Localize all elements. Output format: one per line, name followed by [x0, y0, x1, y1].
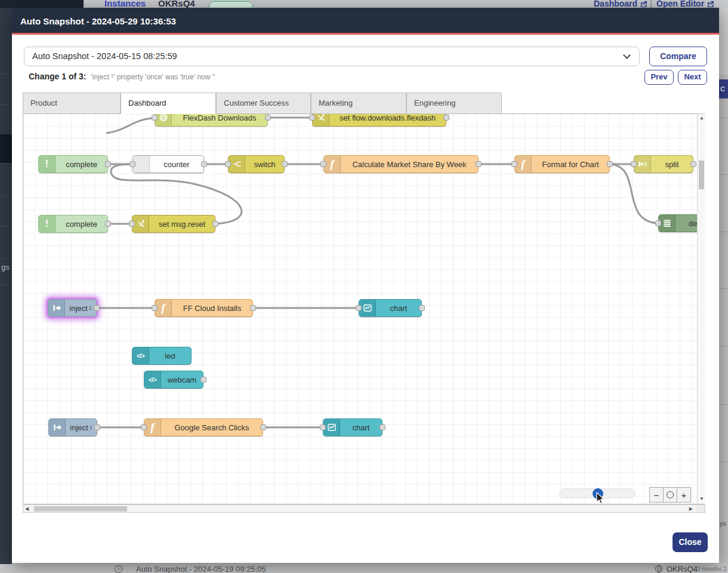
node-output-port[interactable] — [94, 424, 100, 430]
node-input-port[interactable] — [141, 424, 147, 430]
flow-node-debug[interactable]: debug — [658, 214, 697, 232]
flow-node-inject-2[interactable]: inject1 — [48, 418, 97, 436]
change-summary: Change 1 of 3:'inject ¹' property 'once'… — [29, 72, 215, 81]
node-label: led — [149, 347, 191, 364]
node-output-port[interactable] — [282, 161, 288, 167]
scroll-left-icon[interactable]: ◀ — [25, 506, 29, 512]
modal-title: Auto Snapshot - 2024-05-29 10:36:53 — [20, 8, 176, 35]
flow-node-set-flow-downloads-flexdash[interactable]: set flow.downloads.flexdash — [312, 114, 446, 127]
flow-node-chart-2[interactable]: chart — [323, 418, 382, 436]
node-output-port[interactable] — [250, 305, 256, 311]
node-input-port[interactable] — [655, 220, 661, 226]
background-age-text: 3 months 2 weeks 4 d — [697, 566, 728, 572]
flow-node-counter[interactable]: counter — [132, 155, 204, 173]
zoom-reset-button[interactable] — [663, 487, 677, 503]
tab-engineering[interactable]: Engineering — [406, 93, 502, 114]
dashboard-link[interactable]: Dashboard — [594, 0, 647, 8]
node-label: inject1 — [65, 300, 96, 316]
open-editor-link-label: Open Editor — [656, 0, 704, 8]
tab-customer-success[interactable]: Customer Success — [216, 93, 311, 114]
flow-node-complete-2[interactable]: !complete — [38, 215, 108, 233]
node-input-port[interactable] — [152, 115, 158, 121]
node-input-port[interactable] — [356, 305, 362, 311]
node-output-port[interactable] — [105, 221, 111, 227]
node-input-port[interactable] — [129, 161, 135, 167]
app-sidebar-edge: gs — [0, 8, 12, 573]
flow-node-split[interactable]: split — [634, 155, 693, 173]
node-output-port[interactable] — [200, 377, 206, 383]
close-button[interactable]: Close — [673, 532, 708, 552]
tab-product[interactable]: Product — [23, 93, 121, 114]
vertical-scroll-thumb[interactable] — [699, 161, 704, 189]
globe-icon — [155, 114, 172, 126]
node-label: debug — [675, 215, 697, 232]
flow-node-led[interactable]: </>led — [132, 347, 192, 365]
flow-node-chart-1[interactable]: chart — [359, 299, 422, 317]
canvas-horizontal-scrollbar[interactable]: ◀ ▶ — [23, 504, 705, 513]
node-input-port[interactable] — [152, 305, 158, 311]
flow-canvas[interactable]: FlexDash Downloadsset flow.downloads.fle… — [23, 113, 705, 504]
node-output-port[interactable] — [212, 221, 218, 227]
node-output-port[interactable] — [607, 161, 613, 167]
node-input-port[interactable] — [129, 221, 135, 227]
scroll-down-icon[interactable]: ▼ — [699, 496, 704, 501]
zoom-out-button[interactable]: − — [649, 487, 664, 503]
change-detail: 'inject ¹' property 'once' was 'true' no… — [91, 73, 215, 81]
function-icon: f — [155, 300, 172, 316]
app-logo-area — [0, 0, 84, 8]
flow-node-calculate-market-share[interactable]: fCalculate Market Share By Week — [323, 155, 479, 173]
flow-node-google-search-clicks[interactable]: fGoogle Search Clicks — [144, 418, 263, 436]
node-label: switch — [245, 156, 284, 172]
node-input-port[interactable] — [320, 424, 326, 430]
prev-change-button[interactable]: Prev — [644, 70, 674, 85]
node-label: chart — [340, 419, 382, 436]
flow-node-ff-cloud-installs[interactable]: fFF Cloud Installs — [155, 299, 253, 317]
node-output-port[interactable] — [201, 161, 207, 167]
compare-button[interactable]: Compare — [649, 47, 707, 66]
function-icon: f — [144, 419, 161, 436]
node-output-port[interactable] — [419, 305, 425, 311]
node-input-port[interactable] — [225, 161, 231, 167]
node-label: FlexDash Downloads — [172, 114, 267, 126]
tab-dashboard[interactable]: Dashboard — [121, 93, 216, 114]
node-input-port[interactable] — [631, 161, 637, 167]
snapshot-select[interactable]: Auto Snapshot - 2024-05-15 08:25:59 — [24, 47, 640, 66]
node-input-port[interactable] — [320, 161, 326, 167]
inject-icon — [49, 419, 66, 436]
breadcrumb-instances[interactable]: Instances — [104, 0, 146, 8]
canvas-vertical-scrollbar[interactable]: ▲ ▼ — [697, 114, 705, 504]
background-compare-button-fragment: C — [719, 79, 728, 98]
node-output-port[interactable] — [690, 161, 696, 167]
flow-node-format-for-chart[interactable]: fFormat for Chart — [514, 155, 610, 173]
node-output-port[interactable] — [260, 424, 266, 430]
function-icon: f — [324, 156, 341, 172]
horizontal-scroll-thumb[interactable] — [34, 506, 127, 512]
scroll-up-icon[interactable]: ▲ — [699, 115, 704, 121]
flow-node-switch[interactable]: switch — [228, 155, 285, 173]
next-change-button[interactable]: Next — [678, 70, 707, 85]
chart-icon — [359, 300, 376, 316]
node-output-port[interactable] — [380, 424, 385, 430]
link-divider: | — [650, 0, 652, 8]
switch-icon — [229, 156, 245, 172]
chart-icon — [323, 419, 340, 436]
flow-node-flexdash-downloads[interactable]: FlexDash Downloads — [155, 114, 268, 127]
complete-icon: ! — [39, 156, 55, 172]
flow-node-complete-1[interactable]: !complete — [38, 155, 108, 173]
node-input-port[interactable] — [511, 161, 517, 167]
tab-marketing[interactable]: Marketing — [311, 93, 406, 114]
background-snapshot-name: Auto Snapshot - 2024-05-19 09:25:05 — [136, 565, 266, 573]
node-output-port[interactable] — [476, 161, 482, 167]
node-output-port[interactable] — [94, 305, 100, 311]
node-output-port[interactable] — [443, 115, 449, 121]
flow-node-set-msg-reset[interactable]: set msg.reset — [132, 215, 215, 233]
flow-node-inject-1[interactable]: inject1 — [48, 299, 97, 317]
node-output-port[interactable] — [265, 115, 271, 121]
open-editor-link[interactable]: Open Editor — [656, 0, 714, 8]
node-output-port[interactable] — [105, 161, 111, 167]
flow-node-webcam[interactable]: </>webcam — [144, 371, 203, 389]
zoom-in-button[interactable]: + — [677, 487, 691, 503]
sidebar-active-item[interactable] — [0, 134, 12, 163]
scroll-right-icon[interactable]: ▶ — [689, 506, 693, 512]
node-input-port[interactable] — [309, 115, 315, 121]
